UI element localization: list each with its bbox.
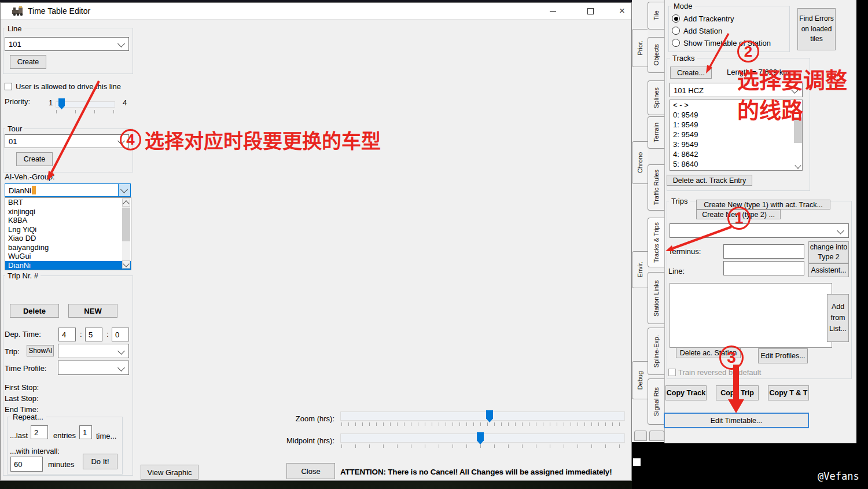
sidebar-tab-splines[interactable]: Splines [648, 80, 664, 115]
tour-create-button[interactable]: Create [16, 152, 53, 166]
minimize-button[interactable] [540, 3, 565, 19]
trips-legend: Trips [669, 197, 690, 205]
change-type2-button[interactable]: change into Type 2 [808, 241, 849, 263]
dropdown-item-selected[interactable]: DianNi [5, 261, 131, 270]
priority-min-label: 1 [49, 98, 53, 107]
dropdown-item[interactable]: Xiao DD [5, 234, 131, 243]
repeat-entries-field[interactable]: 2 [31, 425, 48, 439]
edit-profiles-button[interactable]: Edit Profiles... [758, 348, 808, 363]
close-button[interactable]: Close [286, 463, 335, 479]
repeat-times-field[interactable]: 1 [79, 425, 92, 439]
edit-timetable-button[interactable]: Edit Timetable... [664, 413, 809, 428]
dropdown-scroll-thumb[interactable] [122, 208, 130, 241]
minutes-label: minutes [48, 460, 75, 469]
dep-time-label: Dep. Time: [5, 330, 41, 339]
copy-tt-button[interactable]: Copy T & T [768, 385, 809, 400]
dep-time-hours-field[interactable]: 4 [58, 328, 76, 341]
maximize-button[interactable] [578, 3, 603, 19]
midpoint-slider-ticks [341, 444, 624, 448]
line-combo[interactable]: 101 [5, 37, 129, 51]
dropdown-item[interactable]: baiyangding [5, 243, 131, 252]
line-field[interactable] [723, 261, 804, 275]
ai-veh-group-combo[interactable]: DianNi [5, 183, 131, 197]
mode-radio-show-timetable[interactable] [672, 39, 680, 47]
copy-trip-button[interactable]: Copy Trip [716, 385, 759, 400]
sidebar-tab-stub [634, 431, 647, 441]
annotation-step2-text-line1: 选择要调整 [737, 62, 847, 94]
tour-combo[interactable]: 01 [5, 134, 129, 148]
chevron-up-icon [123, 200, 129, 207]
sidebar-tab-traffic-rules[interactable]: Traffic Rules [648, 164, 664, 211]
sidebar-tab-tile[interactable]: Tile [648, 2, 664, 30]
track-list-item[interactable]: 5: 8640 [670, 159, 802, 169]
find-errors-button[interactable]: Find Errors on loaded tiles [797, 8, 836, 50]
track-list-item[interactable]: 2: 9549 [670, 130, 802, 139]
annotation-step4-text: 选择对应时段要更换的车型 [145, 126, 381, 154]
sidebar-tab-station-links[interactable]: Station Links [648, 272, 664, 324]
add-from-list-button[interactable]: Add from List... [827, 294, 849, 342]
repeat-legend: Repeat... [10, 413, 46, 421]
sidebar-tab-signal-rts[interactable]: Signal Rts [648, 378, 664, 425]
dropdown-scroll-down[interactable] [122, 260, 130, 269]
trips-combo[interactable] [670, 223, 849, 238]
copy-track-button[interactable]: Copy Track [665, 385, 707, 400]
watermark: @Vefans [818, 470, 859, 482]
do-it-button[interactable]: Do It! [83, 454, 117, 469]
close-window-button[interactable]: × [609, 3, 635, 19]
terminus-field[interactable] [723, 244, 804, 259]
mode-radio-add-station[interactable] [672, 27, 680, 35]
delete-trip-button[interactable]: Delete [10, 304, 59, 318]
line-create-button[interactable]: Create [10, 55, 46, 69]
zoom-slider[interactable] [340, 411, 625, 421]
track-list-item[interactable]: 3: 9549 [670, 139, 802, 149]
track-list-item[interactable]: 4: 8642 [670, 149, 802, 159]
show-all-button[interactable]: ShowAl [27, 345, 54, 356]
sidebar-tab-stub [649, 431, 664, 441]
drive-line-checkbox[interactable] [5, 83, 12, 90]
tracks-legend: Tracks [670, 54, 697, 62]
create-type1-button[interactable]: Create New (type 1) with act. Track... [696, 200, 830, 209]
interval-field[interactable]: 60 [10, 457, 43, 472]
chevron-down-icon [117, 347, 125, 355]
sidebar-tab-tracks-trips[interactable]: Tracks & Trips [648, 218, 664, 267]
mode-label-add-station: Add Station [683, 27, 722, 35]
track-list-scroll-down[interactable] [794, 162, 802, 170]
dropdown-item[interactable]: BRT [5, 198, 131, 207]
repeat-entries-label: entries [53, 431, 76, 440]
view-graphic-button[interactable]: View Graphic [141, 465, 198, 480]
assistent-button[interactable]: Assistent... [808, 263, 849, 277]
minimize-icon [550, 11, 556, 12]
sidebar-tab-debug[interactable]: Debug [632, 361, 648, 399]
station-list[interactable] [670, 283, 832, 348]
time-profile-combo[interactable] [58, 361, 129, 375]
trip-combo[interactable] [58, 344, 129, 358]
tracks-create-button[interactable]: Create... [670, 67, 712, 79]
sidebar-tab-chrono[interactable]: Chrono [632, 141, 648, 184]
white-square-marker [633, 458, 641, 466]
time-profile-label: Time Profile: [5, 364, 46, 373]
dep-time-seconds-field[interactable]: 0 [112, 328, 129, 341]
app-train-icon [12, 6, 24, 16]
dropdown-item[interactable]: Lng YiQi [5, 225, 131, 234]
dropdown-scroll-up[interactable] [122, 198, 130, 207]
combo-dropdown-button[interactable] [118, 184, 130, 196]
sidebar-tab-spline-exp[interactable]: Spline-Exp. [648, 328, 664, 375]
ai-veh-group-combo-value: DianNi [9, 186, 31, 194]
annotation-step2-text-line2: 的线路 [737, 93, 803, 124]
dep-time-minutes-field[interactable]: 5 [85, 328, 102, 341]
sidebar-tab-objects[interactable]: Objects [648, 37, 664, 73]
ai-veh-group-dropdown: BRT xinjingqi K8BA Lng YiQi Xiao DD baiy… [5, 197, 131, 270]
track-combo-value: 101 HCZ [674, 86, 704, 94]
game-area-bottom-right [632, 443, 868, 489]
sidebar-tab-terrain[interactable]: Terrain [648, 116, 664, 149]
dropdown-item[interactable]: K8BA [5, 216, 131, 225]
dropdown-item[interactable]: WuGui [5, 252, 131, 261]
mode-radio-add-trackentry[interactable] [672, 14, 680, 23]
new-trip-button[interactable]: NEW [68, 304, 117, 318]
dropdown-item[interactable]: xinjingqi [5, 207, 131, 216]
delete-track-entry-button[interactable]: Delete act. Track Entry [667, 175, 752, 186]
sidebar-tab-envir[interactable]: Envir. [632, 251, 648, 288]
chevron-down-icon [117, 40, 125, 47]
train-reversed-checkbox[interactable] [668, 369, 676, 376]
sidebar-tab-prior[interactable]: Prior. [632, 29, 648, 67]
